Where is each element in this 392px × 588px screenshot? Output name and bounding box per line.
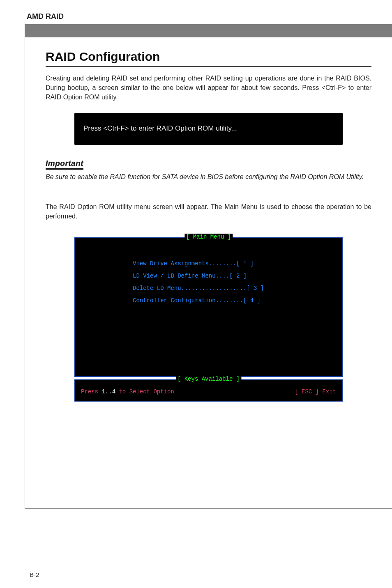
header-divider-bar [25,24,392,37]
bios-screenshot: [ Main Menu ] View Drive Assignments....… [74,237,343,402]
important-note-text: Be sure to enable the RAID function for … [46,172,371,181]
bios-keys-row: Press 1..4 to Select Option [ ESC ] Exit [81,388,336,395]
keys-left-prefix: Press [81,388,101,395]
content-frame: RAID Configuration Creating and deleting… [25,37,392,509]
bios-main-menu-title: [ Main Menu ] [184,234,233,240]
bios-keys-left: Press 1..4 to Select Option [81,388,174,395]
bios-menu-items: View Drive Assignments........[ 1 ] LD V… [79,260,338,304]
section-title: RAID Configuration [46,50,371,67]
keys-left-suffix: to Select Option [115,388,174,395]
followup-paragraph: The RAID Option ROM utility menu screen … [46,202,371,221]
bios-main-menu-box: [ Main Menu ] View Drive Assignments....… [74,237,343,377]
bios-keys-title: [ Keys Available ] [176,376,241,382]
bios-menu-item[interactable]: LD View / LD Define Menu....[ 2 ] [133,273,338,279]
bios-menu-item[interactable]: Controller Configuration........[ 4 ] [133,297,338,304]
bootup-prompt-box: Press <Ctrl-F> to enter RAID Option ROM … [74,113,343,145]
bios-menu-item[interactable]: View Drive Assignments........[ 1 ] [133,260,338,267]
important-label: Important [46,159,83,170]
intro-paragraph: Creating and deleting RAID set and perfo… [46,74,371,102]
bios-keys-right: [ ESC ] Exit [295,388,336,395]
keys-left-range: 1..4 [101,388,115,395]
bios-keys-box: [ Keys Available ] Press 1..4 to Select … [74,379,343,402]
header-title: AMD RAID [27,12,64,21]
bootup-prompt-text: Press <Ctrl-F> to enter RAID Option ROM … [83,124,237,132]
important-heading: Important [46,159,371,172]
bios-menu-item[interactable]: Delete LD Menu...................[ 3 ] [133,285,338,292]
page-header: AMD RAID [0,12,392,24]
page-number: B-2 [30,571,39,578]
